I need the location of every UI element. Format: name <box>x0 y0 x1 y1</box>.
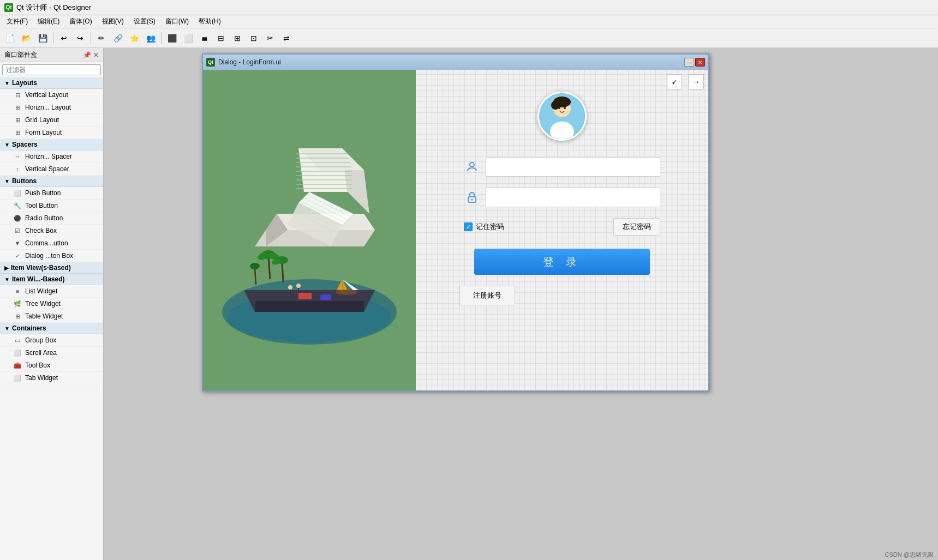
toolbar-undo[interactable]: ↩ <box>56 31 71 46</box>
sidebar-item-push-button[interactable]: ⬜ Push Button <box>0 187 103 200</box>
menu-view[interactable]: 视图(V) <box>98 16 128 27</box>
menu-form[interactable]: 窗体(O) <box>65 16 96 27</box>
layouts-label: Layouts <box>12 79 37 87</box>
svg-point-52 <box>558 107 560 109</box>
username-icon <box>464 159 480 175</box>
remember-label: 记住密码 <box>476 222 504 232</box>
menu-edit[interactable]: 编辑(E) <box>33 16 64 27</box>
toolbar-layout-split[interactable]: ⊡ <box>246 31 261 46</box>
sidebar-close-icon[interactable]: ✕ <box>93 51 99 59</box>
radio-button-icon: ⚫ <box>13 214 22 222</box>
menu-window[interactable]: 窗口(W) <box>161 16 193 27</box>
svg-rect-42 <box>320 294 331 300</box>
vertical-spacer-icon: ↕ <box>13 165 22 173</box>
buttons-label: Buttons <box>12 177 37 185</box>
remember-checkbox[interactable]: ✓ <box>464 222 473 231</box>
toolbar-new[interactable]: 📄 <box>2 31 17 46</box>
category-item-widget[interactable]: ▼ Item Wi...-Based) <box>0 274 103 285</box>
options-row: ✓ 记住密码 忘记密码 <box>464 218 660 236</box>
qt-dialog-minimize[interactable]: — <box>684 58 694 67</box>
category-item-view[interactable]: ▶ Item View(s-Based) <box>0 262 103 274</box>
svg-point-54 <box>470 162 474 167</box>
toolbar-layout-h[interactable]: ⬛ <box>164 31 180 46</box>
qt-dialog-close[interactable]: ✕ <box>695 58 705 67</box>
svg-point-36 <box>250 263 260 269</box>
tree-widget-label: Tree Widget <box>25 300 61 308</box>
widget-filter-input[interactable] <box>2 64 101 75</box>
horizontal-spacer-label: Horizn... Spacer <box>25 153 72 160</box>
status-bar: CSDN @思绪无限 <box>881 550 938 560</box>
item-widget-label: Item Wi...-Based) <box>12 275 65 283</box>
sidebar-item-horizontal-spacer[interactable]: ↔ Horizn... Spacer <box>0 150 103 163</box>
sidebar-item-vertical-layout[interactable]: ⊟ Vertical Layout <box>0 89 103 101</box>
toolbar-sep2 <box>91 32 91 44</box>
category-spacers[interactable]: ▼ Spacers <box>0 139 103 150</box>
toolbar-widget-editor[interactable]: ✏ <box>94 31 109 46</box>
category-containers[interactable]: ▼ Containers <box>0 323 103 334</box>
list-widget-icon: ≡ <box>13 287 22 296</box>
scroll-area-icon: ⬜ <box>13 348 22 357</box>
sidebar-item-form-layout[interactable]: ⊞ Form Layout <box>0 127 103 139</box>
sidebar-item-horizontal-layout[interactable]: ⊞ Horizn... Layout <box>0 101 103 114</box>
category-buttons[interactable]: ▼ Buttons <box>0 176 103 187</box>
username-input[interactable] <box>486 157 660 177</box>
title-bar: Qt Qt 设计师 - Qt Designer <box>0 0 938 15</box>
toolbar-break-layout[interactable]: ✂ <box>262 31 278 46</box>
toolbar-redo[interactable]: ↪ <box>73 31 88 46</box>
toolbar-layout-grid[interactable]: ⊞ <box>230 31 245 46</box>
sidebar-header-controls: 📌 ✕ <box>83 51 99 59</box>
forgot-password-button[interactable]: 忘记密码 <box>613 218 660 236</box>
table-widget-icon: ⊞ <box>13 312 22 321</box>
svg-point-53 <box>564 107 566 109</box>
toolbar-layout-form[interactable]: ≣ <box>197 31 212 46</box>
group-box-icon: ▭ <box>13 336 22 345</box>
sidebar-item-scroll-area[interactable]: ⬜ Scroll Area <box>0 347 103 359</box>
widget-box-sidebar: 窗口部件盒 📌 ✕ ▼ Layouts ⊟ Vertical Layout ⊞ … <box>0 48 104 560</box>
sidebar-item-tree-widget[interactable]: 🌿 Tree Widget <box>0 298 103 310</box>
expand-button[interactable]: ↙ <box>667 74 682 89</box>
toolbar-sep1 <box>53 32 53 44</box>
toolbar-open[interactable]: 📂 <box>19 31 34 46</box>
sidebar-item-vertical-spacer[interactable]: ↕ Vertical Spacer <box>0 163 103 176</box>
sidebar-item-command-button[interactable]: ▼ Comma...utton <box>0 237 103 250</box>
toolbar-layout-v[interactable]: ⬜ <box>181 31 196 46</box>
menu-settings[interactable]: 设置(S) <box>129 16 160 27</box>
toolbar-connect[interactable]: 🔗 <box>110 31 126 46</box>
sidebar-pin-icon[interactable]: 📌 <box>83 51 91 59</box>
sidebar-item-group-box[interactable]: ▭ Group Box <box>0 334 103 347</box>
toolbar-sep3 <box>161 32 162 44</box>
menu-help[interactable]: 帮助(H) <box>194 16 225 27</box>
command-button-icon: ▼ <box>13 239 22 248</box>
tab-widget-label: Tab Widget <box>25 374 58 382</box>
menu-file[interactable]: 文件(F) <box>2 16 32 27</box>
sidebar-item-tab-widget[interactable]: ⬜ Tab Widget <box>0 372 103 384</box>
toolbar-tab-order[interactable]: ⭐ <box>127 31 142 46</box>
sidebar-item-tool-button[interactable]: 🔧 Tool Button <box>0 200 103 212</box>
push-button-icon: ⬜ <box>13 189 22 197</box>
sidebar-item-grid-layout[interactable]: ⊞ Grid Layout <box>0 114 103 127</box>
sidebar-item-list-widget[interactable]: ≡ List Widget <box>0 285 103 298</box>
status-text: CSDN @思绪无限 <box>885 551 934 558</box>
check-box-label: Check Box <box>25 227 57 234</box>
avatar-container <box>537 92 587 141</box>
toolbar-buddy[interactable]: 👥 <box>143 31 158 46</box>
scroll-area-label: Scroll Area <box>25 349 57 357</box>
register-button[interactable]: 注册账号 <box>459 286 515 305</box>
toolbar-save[interactable]: 💾 <box>35 31 50 46</box>
sidebar-item-dialog-button-box[interactable]: ✓ Dialog ...ton Box <box>0 250 103 262</box>
toolbar-adjust[interactable]: ⇄ <box>279 31 294 46</box>
sidebar-item-table-widget[interactable]: ⊞ Table Widget <box>0 310 103 323</box>
svg-line-32 <box>282 263 283 282</box>
vertical-spacer-label: Vertical Spacer <box>25 165 69 173</box>
password-input[interactable] <box>486 188 660 207</box>
qt-dialog-controls: — ✕ <box>684 58 705 67</box>
sidebar-item-tool-box[interactable]: 🧰 Tool Box <box>0 359 103 372</box>
tool-box-icon: 🧰 <box>13 361 22 370</box>
category-layouts[interactable]: ▼ Layouts <box>0 77 103 89</box>
sidebar-item-radio-button[interactable]: ⚫ Radio Button <box>0 212 103 225</box>
sidebar-content: ▼ Layouts ⊟ Vertical Layout ⊞ Horizn... … <box>0 77 103 560</box>
logout-button[interactable]: → <box>689 74 704 89</box>
toolbar-layout-side[interactable]: ⊟ <box>213 31 229 46</box>
sidebar-item-check-box[interactable]: ☑ Check Box <box>0 225 103 237</box>
login-button[interactable]: 登 录 <box>474 249 650 275</box>
